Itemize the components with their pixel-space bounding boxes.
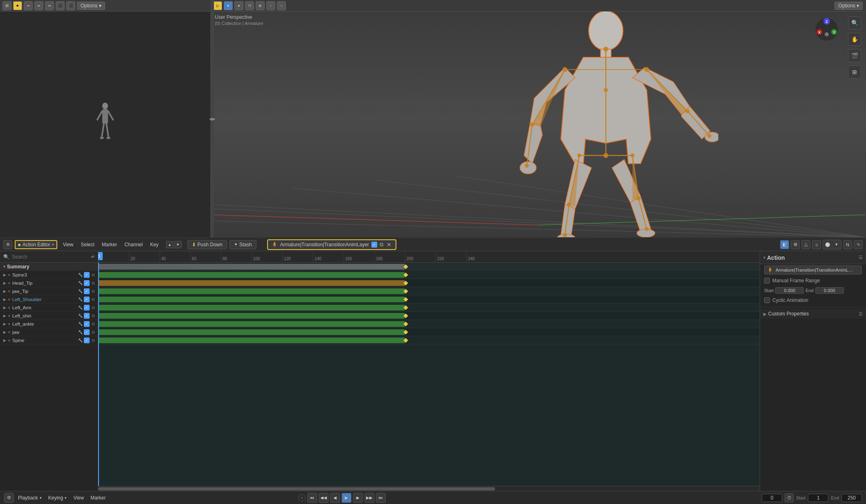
wrench-icon[interactable]: 🔧 <box>77 280 83 286</box>
link-icon[interactable]: ⊟ <box>90 288 96 294</box>
link-icon[interactable]: ⊟ <box>90 280 96 286</box>
visibility-toggle[interactable]: ✓ <box>84 329 90 335</box>
channel-spine[interactable]: ▶ ⟡ Spine 🔧 ✓ ⊟ <box>0 336 98 344</box>
ortho-tool-icon[interactable]: ⊞ <box>848 65 861 79</box>
visibility-toggle[interactable]: ✓ <box>84 305 90 310</box>
proportional-btn[interactable]: △ <box>801 240 810 249</box>
view-bottom-menu[interactable]: View <box>71 494 86 502</box>
play-btn[interactable]: ▶ <box>342 493 351 503</box>
left-viewport-options[interactable]: Options ▾ <box>77 2 105 10</box>
view-btn5[interactable]: ⬛ <box>66 1 75 10</box>
wrench-icon[interactable]: 🔧 <box>77 305 83 310</box>
onion-settings-btn[interactable]: ▾ <box>832 240 841 249</box>
camera-tool-icon[interactable]: 🎬 <box>848 49 861 62</box>
right-viewport-options[interactable]: Options ▾ <box>835 2 863 10</box>
mode-btn1[interactable]: ↑ <box>266 1 275 10</box>
custom-props-section-header[interactable]: ▶ Custom Properties ☰ <box>760 309 866 319</box>
channel-jaw[interactable]: ▶ ⟡ jaw 🔧 ✓ ⊟ <box>0 328 98 336</box>
frame-btn[interactable]: ■ <box>13 1 22 10</box>
link-icon[interactable]: ⊟ <box>90 321 96 327</box>
keying-menu[interactable]: Keying ▾ <box>46 494 70 502</box>
cyclic-animation-checkbox[interactable] <box>764 297 770 303</box>
channel-jaw-tip[interactable]: ▶ ⟡ jaw_Tip 🔧 ✓ ⊟ <box>0 287 98 295</box>
normalize-btn[interactable]: N <box>843 240 852 249</box>
select-mode-btn[interactable]: ▷ <box>213 1 222 10</box>
scrollbar-thumb[interactable] <box>98 487 495 491</box>
clock-icon[interactable]: ⏱ <box>785 493 794 502</box>
search-input[interactable] <box>12 254 88 260</box>
tweak-btn[interactable]: ⊕ <box>256 1 265 10</box>
filter-down-btn[interactable]: ▼ <box>174 241 182 248</box>
lasso-btn[interactable]: ⊓ <box>245 1 254 10</box>
wrench-icon[interactable]: 🔧 <box>77 338 83 343</box>
summary-channel[interactable]: ▾ Summary <box>0 263 98 271</box>
wrench-icon[interactable]: 🔧 <box>77 288 83 294</box>
jump-start-btn[interactable]: ⏮ <box>307 493 317 503</box>
marker-menu[interactable]: Marker <box>99 241 120 248</box>
scene-icon[interactable]: ⚙ <box>4 493 14 503</box>
link-icon[interactable]: ⊟ <box>90 305 96 310</box>
action-editor-mode-dropdown[interactable]: ■ Action Editor ▾ <box>15 240 57 249</box>
action-name-field[interactable]: 🧍 Armature|Transition|TransitionAnimLaye… <box>764 266 862 274</box>
key-menu[interactable]: Key <box>147 241 162 248</box>
timeline-scrollbar[interactable] <box>98 486 760 491</box>
channel-menu[interactable]: Channel <box>121 241 146 248</box>
wrench-icon[interactable]: 🔧 <box>77 313 83 319</box>
next-frame-btn[interactable]: ▶ <box>353 493 363 503</box>
wrench-icon[interactable]: 🔧 <box>77 329 83 335</box>
action-enable-checkbox[interactable]: ✓ <box>371 242 377 248</box>
hand-tool-icon[interactable]: ✋ <box>848 33 861 46</box>
marker-bottom-menu[interactable]: Marker <box>88 494 108 502</box>
snap-toggle-btn[interactable]: ∿ <box>854 240 863 249</box>
visibility-toggle[interactable]: ✓ <box>84 272 90 278</box>
end-value-field[interactable]: 0.000 <box>815 287 844 294</box>
wrench-icon[interactable]: 🔧 <box>77 272 83 278</box>
visibility-toggle[interactable]: ✓ <box>84 338 90 343</box>
channel-left-arm[interactable]: ▶ ⟡ Left_Arm 🔧 ✓ ⊟ <box>0 304 98 312</box>
select-tool-btn[interactable]: ⊞ <box>2 1 11 10</box>
end-frame-display[interactable]: 250 <box>841 494 862 502</box>
channel-left-ankle[interactable]: ▶ ⟡ Left_ankle 🔧 ✓ ⊟ <box>0 320 98 328</box>
link-icon[interactable]: ⊟ <box>90 329 96 335</box>
channel-left-shin[interactable]: ▶ ⟡ Left_shin 🔧 ✓ ⊟ <box>0 312 98 320</box>
prev-keyframe-btn[interactable]: ◀◀ <box>319 493 328 503</box>
visibility-toggle[interactable]: ✓ <box>84 280 90 286</box>
channel-head-tip[interactable]: ▶ ⟡ Head_Tip 🔧 ✓ ⊟ <box>0 279 98 287</box>
start-value-field[interactable]: 0.000 <box>775 287 804 294</box>
link-icon[interactable]: ⊟ <box>90 313 96 319</box>
jump-end-btn[interactable]: ⏭ <box>376 493 386 503</box>
viewport-divider[interactable]: ◀▶ <box>211 0 214 237</box>
mode-btn2[interactable]: ↔ <box>277 1 286 10</box>
view-btn2[interactable]: ▪▪ <box>34 1 43 10</box>
start-frame-display[interactable]: 1 <box>808 494 828 502</box>
onion-skin-btn[interactable]: ⬤ <box>823 240 832 249</box>
link-icon[interactable]: ⊟ <box>90 338 96 343</box>
view-btn4[interactable]: ⬛ <box>56 1 65 10</box>
circle-select-btn[interactable]: ● <box>234 1 243 10</box>
snap-btn[interactable]: ⊞ <box>791 240 800 249</box>
channel-left-shoulder[interactable]: ▶ ⟡ Left_Shoulder 🔧 ✓ ⊟ <box>0 295 98 304</box>
visibility-toggle[interactable]: ✓ <box>84 321 90 327</box>
push-down-button[interactable]: ⬇ Push Down <box>187 240 227 249</box>
editor-mode-icon[interactable]: ⚙ <box>3 240 12 249</box>
view-btn3[interactable]: ▪▪ <box>45 1 54 10</box>
channel-spine3[interactable]: ▶ ⟡ Spine3 🔧 ✓ ⊟ <box>0 271 98 279</box>
view-btn1[interactable]: ▪▪ <box>24 1 33 10</box>
visibility-toggle[interactable]: ✓ <box>84 288 90 294</box>
filter-btn[interactable]: ⌽ <box>812 240 821 249</box>
current-frame-display[interactable]: 0 <box>762 494 782 502</box>
box-select-btn[interactable]: ■ <box>224 1 233 10</box>
prev-frame-btn[interactable]: ◀ <box>330 493 340 503</box>
manual-frame-range-checkbox[interactable] <box>764 278 770 284</box>
action-copy-btn[interactable]: ⧉ <box>380 241 383 248</box>
link-icon[interactable]: ⊟ <box>90 272 96 278</box>
filter-up-btn[interactable]: ▲ <box>166 241 173 248</box>
keyframe-view-btn[interactable]: ◧ <box>780 240 789 249</box>
link-icon[interactable]: ⊟ <box>90 297 96 302</box>
search-tool-icon[interactable]: 🔍 <box>848 16 861 29</box>
playback-menu[interactable]: Playback ▾ <box>16 494 44 502</box>
visibility-toggle[interactable]: ✓ <box>84 297 90 302</box>
action-close-btn[interactable]: ✕ <box>386 241 392 248</box>
wrench-icon[interactable]: 🔧 <box>77 321 83 327</box>
select-menu[interactable]: Select <box>78 241 98 248</box>
